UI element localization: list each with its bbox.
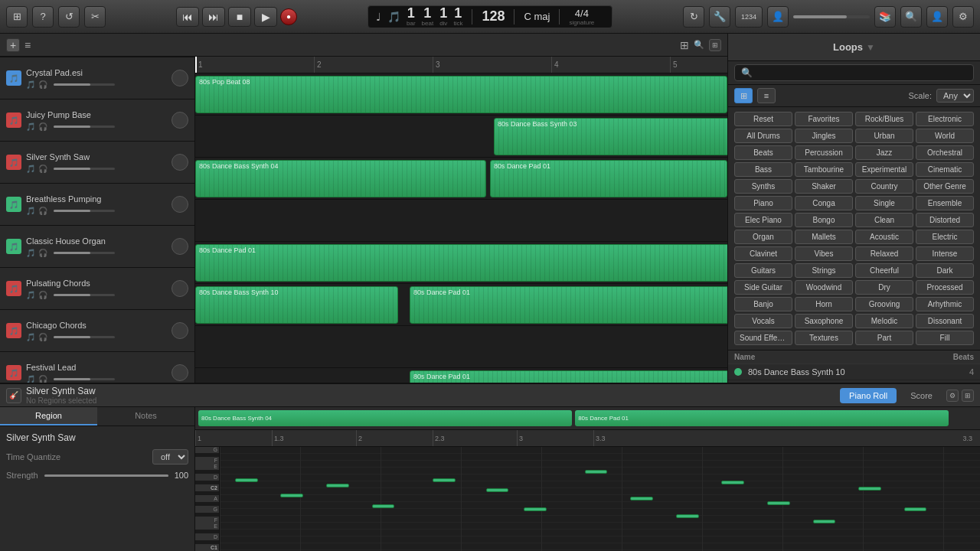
time-quantize-select[interactable]: off <box>152 449 188 465</box>
tag-single[interactable]: Single <box>855 196 913 210</box>
tag-relaxed[interactable]: Relaxed <box>855 246 913 261</box>
loops-search-input[interactable] <box>756 68 967 77</box>
pr-note-11[interactable] <box>767 501 790 505</box>
pr-track-icon[interactable]: 🎸 <box>6 388 21 403</box>
region-dance-bass-03[interactable]: 80s Dance Bass Synth 03 <box>494 118 727 155</box>
track-headphone-icon-chicago[interactable]: 🎧 <box>38 333 47 341</box>
pr-note-7[interactable] <box>585 470 608 474</box>
tag-electronic[interactable]: Electronic <box>916 112 974 126</box>
pr-note-14[interactable] <box>904 507 927 511</box>
help-btn[interactable]: ? <box>32 6 54 28</box>
tag-jingles[interactable]: Jingles <box>795 129 853 143</box>
track-headphone-icon-pulsating[interactable]: 🎧 <box>38 291 47 299</box>
track-headphone-icon-crystal-pad[interactable]: 🎧 <box>38 80 47 89</box>
master-volume-slider[interactable] <box>793 15 870 18</box>
pr-settings-btn[interactable]: ⚙ <box>946 390 959 402</box>
time-signature[interactable]: 4/4 <box>575 8 589 19</box>
loop-btn[interactable]: ↺ <box>58 6 80 28</box>
pr-note-5[interactable] <box>486 488 509 492</box>
scissors-btn[interactable]: ✂ <box>84 6 106 28</box>
tag-strings[interactable]: Strings <box>795 263 853 278</box>
arrangement-zoom-btn[interactable]: 🔍 <box>694 40 704 50</box>
track-headphone-icon-festival[interactable]: 🎧 <box>38 375 47 383</box>
pr-note-12[interactable] <box>813 520 836 523</box>
tag-part[interactable]: Part <box>855 331 913 345</box>
track-vol-juicy-pump[interactable] <box>54 126 115 128</box>
account-btn[interactable]: 👤 <box>767 6 789 28</box>
fast-forward-btn[interactable]: ⏭ <box>202 7 225 27</box>
score-btn[interactable]: 1234 <box>735 6 763 28</box>
tag-cheerful[interactable]: Cheerful <box>855 263 913 278</box>
tag-favorites[interactable]: Favorites <box>795 112 853 126</box>
pr-region-2[interactable]: 80s Dance Pad 01 <box>575 410 949 426</box>
tag-synths[interactable]: Synths <box>734 179 792 194</box>
tag-clavinet[interactable]: Clavinet <box>734 246 792 261</box>
tuner-btn[interactable]: 🔧 <box>709 6 730 28</box>
pr-note-9[interactable] <box>676 514 699 518</box>
tag-dissonant[interactable]: Dissonant <box>916 314 974 328</box>
tag-ensemble[interactable]: Ensemble <box>916 196 974 210</box>
sync-btn[interactable]: ↻ <box>683 6 704 28</box>
tag-vibes[interactable]: Vibes <box>795 246 853 261</box>
tag-organ[interactable]: Organ <box>734 230 792 244</box>
tag-elec-piano[interactable]: Elec Piano <box>734 213 792 227</box>
region-pop-beat-08[interactable]: 80s Pop Beat 08 <box>195 76 727 113</box>
pr-note-6[interactable] <box>524 507 547 511</box>
track-pan-crystal-pad[interactable] <box>172 70 188 86</box>
tag-tambourine[interactable]: Tambourine <box>795 162 853 177</box>
tag-percussion[interactable]: Percussion <box>795 145 853 160</box>
track-headphone-icon-breathless[interactable]: 🎧 <box>38 207 47 215</box>
track-midi-icon-classic-house[interactable]: 🎵 <box>26 249 35 257</box>
pr-note-3[interactable] <box>372 504 395 508</box>
pr-region-1[interactable]: 80s Dance Bass Synth 04 <box>198 410 572 426</box>
track-vol-classic-house[interactable] <box>54 252 115 254</box>
tag-other-genre[interactable]: Other Genre <box>916 179 974 194</box>
grid-view-btn[interactable]: ⊞ <box>734 88 753 103</box>
region-dance-pad-01c[interactable]: 80s Dance Pad 01 <box>410 286 727 324</box>
track-midi-icon-festival[interactable]: 🎵 <box>26 375 35 383</box>
track-midi-icon-pulsating[interactable]: 🎵 <box>26 291 35 299</box>
pr-note-0[interactable] <box>235 478 258 482</box>
add-track-btn[interactable]: + <box>6 38 20 52</box>
loops-search-bar[interactable]: 🔍 <box>728 61 980 85</box>
tag-reset[interactable]: Reset <box>734 112 792 126</box>
track-header-breathless[interactable]: 🎵 Breathless Pumping 🎵 🎧 <box>0 184 194 226</box>
pr-note-8[interactable] <box>630 497 653 500</box>
region-tab[interactable]: Region <box>0 407 97 425</box>
pr-note-13[interactable] <box>858 487 881 491</box>
tag-distorted[interactable]: Distorted <box>916 213 974 227</box>
region-dance-pad-01d[interactable]: 80s Dance Pad 01 <box>410 370 727 383</box>
key-display[interactable]: C maj <box>524 11 550 22</box>
mixer-btn[interactable]: 👤 <box>926 6 948 28</box>
track-header-crystal-pad[interactable]: 🎵 Crystal Pad.esi 🎵 🎧 <box>0 57 194 99</box>
track-midi-icon-chicago[interactable]: 🎵 <box>26 333 35 341</box>
loops-menu-arrow[interactable]: ▼ <box>866 42 875 53</box>
tag-fill[interactable]: Fill <box>916 331 974 345</box>
tag-orchestral[interactable]: Orchestral <box>916 145 974 160</box>
app-menu-btn[interactable]: ⊞ <box>6 6 28 28</box>
tag-melodic[interactable]: Melodic <box>855 314 913 328</box>
tag-experimental[interactable]: Experimental <box>855 162 913 177</box>
pr-note-10[interactable] <box>721 481 744 484</box>
tag-horn[interactable]: Horn <box>795 297 853 311</box>
tag-all-drums[interactable]: All Drums <box>734 129 792 143</box>
track-header-festival[interactable]: 🎵 Festival Lead 🎵 🎧 <box>0 352 194 383</box>
tag-mallets[interactable]: Mallets <box>795 230 853 244</box>
track-header-chicago[interactable]: 🎵 Chicago Chords 🎵 🎧 <box>0 310 194 352</box>
tag-shaker[interactable]: Shaker <box>795 179 853 194</box>
pr-note-1[interactable] <box>280 494 303 497</box>
tag-cinematic[interactable]: Cinematic <box>916 162 974 177</box>
smart-controls-btn[interactable]: 🔍 <box>900 6 922 28</box>
track-pan-breathless[interactable] <box>172 196 188 213</box>
arrangement-view-btn[interactable]: ⊞ <box>709 39 721 51</box>
tag-dry[interactable]: Dry <box>855 280 913 295</box>
play-btn[interactable]: ▶ <box>254 7 277 27</box>
track-display-btn[interactable]: ≡ <box>24 39 31 51</box>
rewind-btn[interactable]: ⏮ <box>176 7 199 27</box>
track-header-silver-synth[interactable]: 🎵 Silver Synth Saw 🎵 🎧 <box>0 142 194 184</box>
tag-conga[interactable]: Conga <box>795 196 853 210</box>
tag-intense[interactable]: Intense <box>916 246 974 261</box>
track-pan-classic-house[interactable] <box>172 238 188 255</box>
stop-btn[interactable]: ■ <box>228 7 251 27</box>
tag-rock/blues[interactable]: Rock/Blues <box>855 112 913 126</box>
